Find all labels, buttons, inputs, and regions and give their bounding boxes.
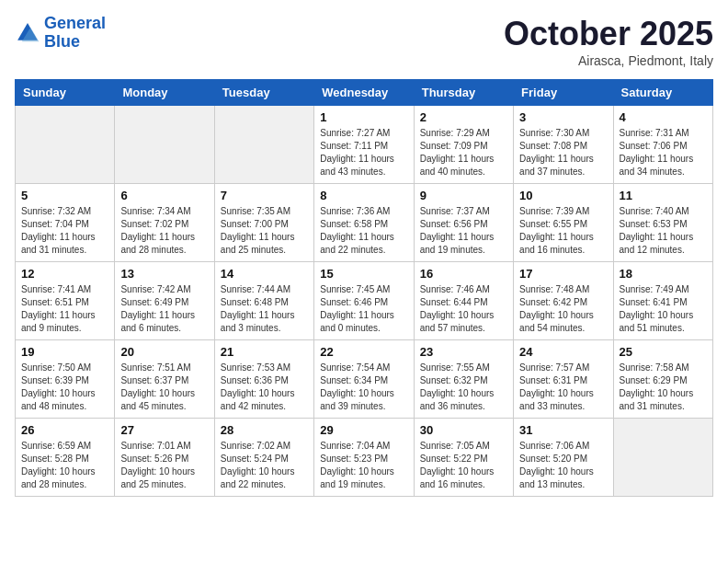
day-info: Sunrise: 7:30 AM Sunset: 7:08 PM Dayligh… bbox=[519, 127, 607, 178]
day-number: 16 bbox=[420, 267, 507, 281]
calendar-header-row: SundayMondayTuesdayWednesdayThursdayFrid… bbox=[16, 80, 713, 106]
day-number: 6 bbox=[120, 189, 208, 202]
calendar-week-2: 5Sunrise: 7:32 AM Sunset: 7:04 PM Daylig… bbox=[16, 184, 713, 262]
calendar-week-5: 26Sunrise: 6:59 AM Sunset: 5:28 PM Dayli… bbox=[16, 419, 713, 497]
day-number: 22 bbox=[320, 345, 407, 359]
day-number: 19 bbox=[21, 345, 108, 359]
col-header-sunday: Sunday bbox=[16, 80, 115, 106]
day-number: 14 bbox=[221, 267, 308, 281]
day-number: 23 bbox=[420, 345, 507, 359]
day-number: 7 bbox=[221, 189, 308, 202]
day-info: Sunrise: 7:57 AM Sunset: 6:31 PM Dayligh… bbox=[519, 362, 607, 413]
calendar-cell: 18Sunrise: 7:49 AM Sunset: 6:41 PM Dayli… bbox=[613, 262, 712, 340]
calendar-cell: 4Sunrise: 7:31 AM Sunset: 7:06 PM Daylig… bbox=[613, 106, 712, 184]
day-number: 2 bbox=[420, 110, 507, 124]
day-info: Sunrise: 7:34 AM Sunset: 7:02 PM Dayligh… bbox=[120, 205, 208, 257]
day-number: 30 bbox=[420, 423, 507, 437]
calendar-cell bbox=[613, 419, 712, 497]
calendar-cell bbox=[16, 106, 115, 184]
calendar-cell: 25Sunrise: 7:58 AM Sunset: 6:29 PM Dayli… bbox=[613, 340, 712, 419]
day-info: Sunrise: 7:29 AM Sunset: 7:09 PM Dayligh… bbox=[420, 127, 507, 178]
calendar-cell: 14Sunrise: 7:44 AM Sunset: 6:48 PM Dayli… bbox=[214, 262, 313, 340]
calendar-cell: 12Sunrise: 7:41 AM Sunset: 6:51 PM Dayli… bbox=[16, 262, 115, 340]
day-number: 12 bbox=[21, 267, 108, 281]
calendar-cell: 30Sunrise: 7:05 AM Sunset: 5:22 PM Dayli… bbox=[414, 419, 513, 497]
day-number: 5 bbox=[21, 189, 108, 202]
calendar-cell: 13Sunrise: 7:42 AM Sunset: 6:49 PM Dayli… bbox=[115, 262, 214, 340]
calendar-cell bbox=[214, 106, 313, 184]
month-title: October 2025 bbox=[504, 15, 713, 53]
calendar-cell: 20Sunrise: 7:51 AM Sunset: 6:37 PM Dayli… bbox=[115, 340, 214, 419]
calendar-cell bbox=[115, 106, 214, 184]
calendar-week-3: 12Sunrise: 7:41 AM Sunset: 6:51 PM Dayli… bbox=[16, 262, 713, 340]
day-info: Sunrise: 7:51 AM Sunset: 6:37 PM Dayligh… bbox=[120, 362, 208, 413]
day-number: 15 bbox=[320, 267, 407, 281]
calendar-cell: 5Sunrise: 7:32 AM Sunset: 7:04 PM Daylig… bbox=[16, 184, 115, 262]
calendar-cell: 29Sunrise: 7:04 AM Sunset: 5:23 PM Dayli… bbox=[314, 419, 414, 497]
calendar: SundayMondayTuesdayWednesdayThursdayFrid… bbox=[15, 79, 713, 497]
calendar-cell: 15Sunrise: 7:45 AM Sunset: 6:46 PM Dayli… bbox=[314, 262, 414, 340]
calendar-cell: 24Sunrise: 7:57 AM Sunset: 6:31 PM Dayli… bbox=[514, 340, 613, 419]
day-info: Sunrise: 7:45 AM Sunset: 6:46 PM Dayligh… bbox=[320, 283, 407, 335]
calendar-week-4: 19Sunrise: 7:50 AM Sunset: 6:39 PM Dayli… bbox=[16, 340, 713, 419]
day-number: 29 bbox=[320, 423, 407, 437]
col-header-thursday: Thursday bbox=[414, 80, 513, 106]
calendar-cell: 21Sunrise: 7:53 AM Sunset: 6:36 PM Dayli… bbox=[214, 340, 313, 419]
day-number: 18 bbox=[620, 267, 707, 281]
logo-icon bbox=[15, 20, 40, 46]
day-info: Sunrise: 7:31 AM Sunset: 7:06 PM Dayligh… bbox=[620, 127, 707, 178]
day-info: Sunrise: 7:44 AM Sunset: 6:48 PM Dayligh… bbox=[221, 283, 308, 335]
calendar-cell: 11Sunrise: 7:40 AM Sunset: 6:53 PM Dayli… bbox=[613, 184, 712, 262]
calendar-cell: 9Sunrise: 7:37 AM Sunset: 6:56 PM Daylig… bbox=[414, 184, 513, 262]
day-number: 21 bbox=[221, 345, 308, 359]
calendar-cell: 28Sunrise: 7:02 AM Sunset: 5:24 PM Dayli… bbox=[214, 419, 313, 497]
col-header-monday: Monday bbox=[115, 80, 214, 106]
logo-text: General Blue bbox=[44, 15, 106, 52]
day-info: Sunrise: 7:53 AM Sunset: 6:36 PM Dayligh… bbox=[221, 362, 308, 413]
day-info: Sunrise: 7:39 AM Sunset: 6:55 PM Dayligh… bbox=[519, 205, 607, 257]
day-info: Sunrise: 7:49 AM Sunset: 6:41 PM Dayligh… bbox=[620, 283, 707, 335]
day-number: 4 bbox=[620, 110, 707, 124]
col-header-saturday: Saturday bbox=[613, 80, 712, 106]
day-info: Sunrise: 7:02 AM Sunset: 5:24 PM Dayligh… bbox=[221, 440, 308, 491]
day-info: Sunrise: 7:46 AM Sunset: 6:44 PM Dayligh… bbox=[420, 283, 507, 335]
day-number: 26 bbox=[21, 423, 108, 437]
day-number: 31 bbox=[519, 423, 607, 437]
day-info: Sunrise: 7:40 AM Sunset: 6:53 PM Dayligh… bbox=[620, 205, 707, 257]
logo: General Blue bbox=[15, 15, 106, 52]
day-info: Sunrise: 7:48 AM Sunset: 6:42 PM Dayligh… bbox=[519, 283, 607, 335]
title-block: October 2025 Airasca, Piedmont, Italy bbox=[504, 15, 713, 68]
calendar-cell: 23Sunrise: 7:55 AM Sunset: 6:32 PM Dayli… bbox=[414, 340, 513, 419]
day-number: 27 bbox=[120, 423, 208, 437]
calendar-cell: 19Sunrise: 7:50 AM Sunset: 6:39 PM Dayli… bbox=[16, 340, 115, 419]
calendar-cell: 22Sunrise: 7:54 AM Sunset: 6:34 PM Dayli… bbox=[314, 340, 414, 419]
day-number: 9 bbox=[420, 189, 507, 202]
location: Airasca, Piedmont, Italy bbox=[504, 53, 713, 68]
calendar-cell: 16Sunrise: 7:46 AM Sunset: 6:44 PM Dayli… bbox=[414, 262, 513, 340]
calendar-cell: 6Sunrise: 7:34 AM Sunset: 7:02 PM Daylig… bbox=[115, 184, 214, 262]
day-info: Sunrise: 7:36 AM Sunset: 6:58 PM Dayligh… bbox=[320, 205, 407, 257]
calendar-cell: 17Sunrise: 7:48 AM Sunset: 6:42 PM Dayli… bbox=[514, 262, 613, 340]
day-info: Sunrise: 7:54 AM Sunset: 6:34 PM Dayligh… bbox=[320, 362, 407, 413]
day-number: 13 bbox=[120, 267, 208, 281]
page-header: General Blue October 2025 Airasca, Piedm… bbox=[15, 15, 713, 68]
day-info: Sunrise: 7:35 AM Sunset: 7:00 PM Dayligh… bbox=[221, 205, 308, 257]
calendar-cell: 26Sunrise: 6:59 AM Sunset: 5:28 PM Dayli… bbox=[16, 419, 115, 497]
col-header-wednesday: Wednesday bbox=[314, 80, 414, 106]
day-number: 8 bbox=[320, 189, 407, 202]
calendar-cell: 31Sunrise: 7:06 AM Sunset: 5:20 PM Dayli… bbox=[514, 419, 613, 497]
calendar-cell: 2Sunrise: 7:29 AM Sunset: 7:09 PM Daylig… bbox=[414, 106, 513, 184]
calendar-cell: 3Sunrise: 7:30 AM Sunset: 7:08 PM Daylig… bbox=[514, 106, 613, 184]
day-info: Sunrise: 7:01 AM Sunset: 5:26 PM Dayligh… bbox=[120, 440, 208, 491]
calendar-cell: 8Sunrise: 7:36 AM Sunset: 6:58 PM Daylig… bbox=[314, 184, 414, 262]
day-info: Sunrise: 7:58 AM Sunset: 6:29 PM Dayligh… bbox=[620, 362, 707, 413]
day-info: Sunrise: 7:32 AM Sunset: 7:04 PM Dayligh… bbox=[21, 205, 108, 257]
day-info: Sunrise: 6:59 AM Sunset: 5:28 PM Dayligh… bbox=[21, 440, 108, 491]
calendar-week-1: 1Sunrise: 7:27 AM Sunset: 7:11 PM Daylig… bbox=[16, 106, 713, 184]
day-info: Sunrise: 7:06 AM Sunset: 5:20 PM Dayligh… bbox=[519, 440, 607, 491]
day-number: 20 bbox=[120, 345, 208, 359]
day-info: Sunrise: 7:37 AM Sunset: 6:56 PM Dayligh… bbox=[420, 205, 507, 257]
day-number: 28 bbox=[221, 423, 308, 437]
col-header-friday: Friday bbox=[514, 80, 613, 106]
day-info: Sunrise: 7:55 AM Sunset: 6:32 PM Dayligh… bbox=[420, 362, 507, 413]
